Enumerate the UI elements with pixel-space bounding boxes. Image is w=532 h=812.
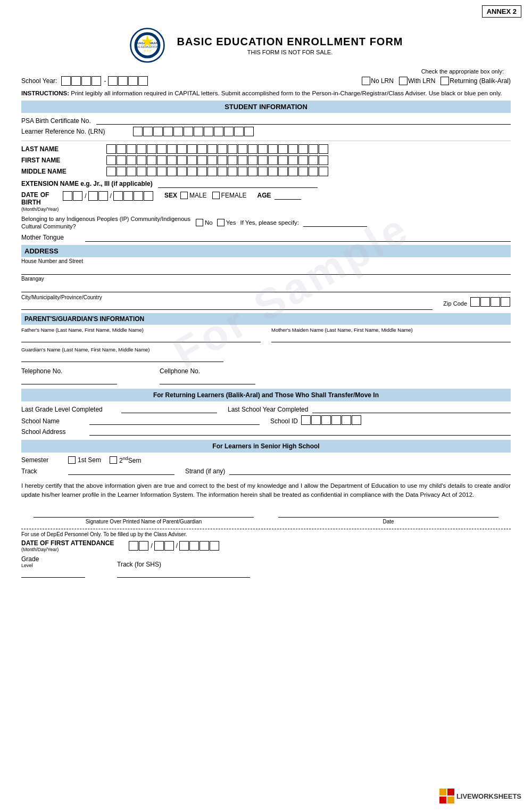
age-field[interactable] xyxy=(275,191,301,200)
telephone-field[interactable] xyxy=(21,376,117,384)
fn-16[interactable] xyxy=(258,155,268,165)
with-lrn-checkbox[interactable] xyxy=(399,77,408,85)
mn-6[interactable] xyxy=(157,167,167,176)
bd-1[interactable] xyxy=(88,191,98,201)
ln-11[interactable] xyxy=(207,144,217,154)
cellphone-field[interactable] xyxy=(160,376,255,384)
bm-1[interactable] xyxy=(63,191,72,201)
zip-1[interactable] xyxy=(470,297,480,307)
sy-box-1[interactable] xyxy=(61,76,71,86)
mn-21[interactable] xyxy=(309,167,318,176)
by-1[interactable] xyxy=(113,191,123,201)
sy-box-2[interactable] xyxy=(71,76,81,86)
school-name-field[interactable] xyxy=(89,416,260,425)
track-field[interactable] xyxy=(68,466,174,475)
ip-specify-field[interactable] xyxy=(303,218,367,227)
ln-6[interactable] xyxy=(157,144,167,154)
ln-14[interactable] xyxy=(238,144,247,154)
fn-18[interactable] xyxy=(278,155,288,165)
mn-17[interactable] xyxy=(268,167,278,176)
ln-4[interactable] xyxy=(137,144,146,154)
track-for-shs-field[interactable] xyxy=(117,569,250,578)
fn-22[interactable] xyxy=(319,155,328,165)
sy-box-6[interactable] xyxy=(118,76,128,86)
ln-16[interactable] xyxy=(258,144,268,154)
lrn-8[interactable] xyxy=(204,127,213,136)
father-field[interactable] xyxy=(21,334,261,342)
signature-line[interactable] xyxy=(34,508,254,518)
fn-15[interactable] xyxy=(248,155,257,165)
mn-13[interactable] xyxy=(228,167,237,176)
mn-14[interactable] xyxy=(238,167,247,176)
bm-2[interactable] xyxy=(73,191,82,201)
lrn-6[interactable] xyxy=(184,127,193,136)
lrn-1[interactable] xyxy=(133,127,143,136)
sy-box-3[interactable] xyxy=(81,76,91,86)
fn-13[interactable] xyxy=(228,155,237,165)
guardian-field[interactable] xyxy=(21,354,223,362)
strand-field[interactable] xyxy=(229,466,511,475)
mn-2[interactable] xyxy=(117,167,126,176)
mn-22[interactable] xyxy=(319,167,328,176)
mn-1[interactable] xyxy=(106,167,116,176)
fn-1[interactable] xyxy=(106,155,116,165)
fn-7[interactable] xyxy=(167,155,177,165)
ln-22[interactable] xyxy=(319,144,328,154)
lrn-12[interactable] xyxy=(244,127,254,136)
ln-20[interactable] xyxy=(298,144,308,154)
sy-box-8[interactable] xyxy=(138,76,148,86)
returning-checkbox[interactable] xyxy=(440,77,449,85)
fn-2[interactable] xyxy=(117,155,126,165)
mn-5[interactable] xyxy=(147,167,156,176)
ln-2[interactable] xyxy=(117,144,126,154)
att-d2[interactable] xyxy=(164,541,174,551)
sid-6[interactable] xyxy=(352,415,361,425)
mn-12[interactable] xyxy=(218,167,227,176)
no-lrn-checkbox[interactable] xyxy=(362,77,370,85)
ln-19[interactable] xyxy=(288,144,298,154)
fn-21[interactable] xyxy=(309,155,318,165)
att-d1[interactable] xyxy=(154,541,164,551)
by-3[interactable] xyxy=(134,191,143,201)
mn-4[interactable] xyxy=(137,167,146,176)
bd-2[interactable] xyxy=(98,191,108,201)
att-y2[interactable] xyxy=(189,541,199,551)
sid-1[interactable] xyxy=(301,415,311,425)
sid-3[interactable] xyxy=(321,415,331,425)
grade-field[interactable] xyxy=(21,569,85,578)
ln-5[interactable] xyxy=(147,144,156,154)
ln-1[interactable] xyxy=(106,144,116,154)
ln-3[interactable] xyxy=(127,144,136,154)
sy-box-4[interactable] xyxy=(92,76,101,86)
school-address-field[interactable] xyxy=(89,427,511,436)
att-y1[interactable] xyxy=(179,541,189,551)
lrn-5[interactable] xyxy=(173,127,183,136)
sid-5[interactable] xyxy=(342,415,351,425)
ln-17[interactable] xyxy=(268,144,278,154)
fn-9[interactable] xyxy=(187,155,197,165)
ln-7[interactable] xyxy=(167,144,177,154)
att-m2[interactable] xyxy=(139,541,148,551)
fn-11[interactable] xyxy=(207,155,217,165)
by-2[interactable] xyxy=(123,191,133,201)
female-checkbox[interactable] xyxy=(212,192,220,199)
fn-14[interactable] xyxy=(238,155,247,165)
sy-box-7[interactable] xyxy=(128,76,138,86)
grade-completed-field[interactable] xyxy=(121,405,217,413)
mother-tongue-field[interactable] xyxy=(85,233,511,242)
fn-17[interactable] xyxy=(268,155,278,165)
fn-5[interactable] xyxy=(147,155,156,165)
lrn-11[interactable] xyxy=(234,127,244,136)
barangay-field[interactable] xyxy=(21,283,511,292)
house-field[interactable] xyxy=(21,265,511,275)
fn-8[interactable] xyxy=(177,155,187,165)
male-option[interactable]: MALE xyxy=(180,192,207,199)
ln-9[interactable] xyxy=(187,144,197,154)
ip-yes-checkbox[interactable] xyxy=(217,219,225,226)
fn-10[interactable] xyxy=(197,155,207,165)
female-option[interactable]: FEMALE xyxy=(212,192,247,199)
ln-15[interactable] xyxy=(248,144,257,154)
ip-no-checkbox[interactable] xyxy=(196,219,203,226)
fn-19[interactable] xyxy=(288,155,298,165)
mother-field[interactable] xyxy=(271,334,511,342)
